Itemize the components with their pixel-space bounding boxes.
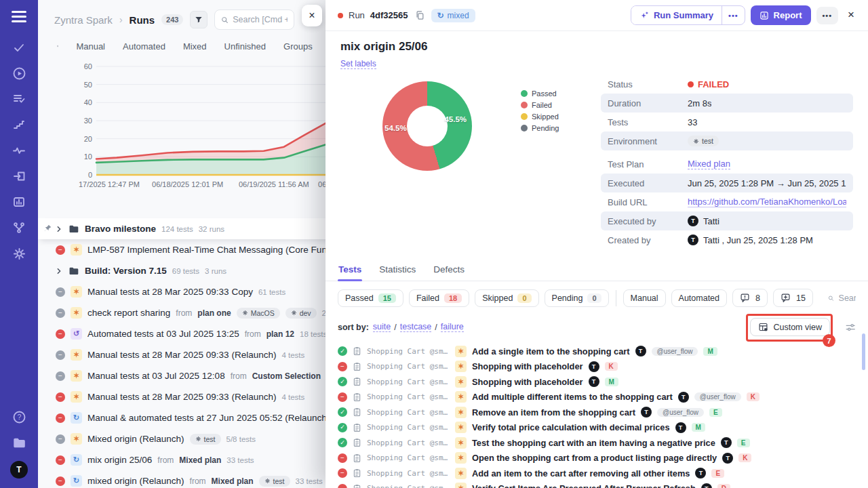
tab-manual[interactable]: Manual <box>76 41 105 52</box>
detail-row: Created by Tatti , Jun 25, 2025 1:28 PM … <box>601 230 853 249</box>
defects-icon[interactable] <box>6 138 32 163</box>
run-summary-button[interactable]: Run Summary <box>631 6 722 24</box>
chevron-right-icon[interactable] <box>56 268 62 274</box>
legend-label: Skipped <box>532 113 559 121</box>
tests-search-input[interactable] <box>839 293 856 303</box>
tab-mixed[interactable]: Mixed <box>183 41 207 52</box>
test-row[interactable]: Shopping Cart @sm… Remove an item from t… <box>326 405 868 420</box>
run-title: Mixed origin (Relaunch) <box>87 434 184 444</box>
milestones-icon[interactable] <box>6 112 32 138</box>
integrations-icon[interactable] <box>6 215 32 241</box>
test-row[interactable]: Shopping Cart @sm… Verify total price ca… <box>326 420 868 436</box>
run-meta: 33 tests <box>226 456 254 464</box>
svg-text:30: 30 <box>84 117 92 125</box>
tab-unfinished[interactable]: Unfinished <box>224 41 266 52</box>
defects-filter-button[interactable]: 8 <box>732 289 768 307</box>
test-title: Add multiple different items to the shop… <box>472 392 673 402</box>
help-icon[interactable]: ? <box>6 404 32 430</box>
status-filter-pill[interactable]: Pending 0 <box>545 289 609 307</box>
status-count-badge: 0 <box>587 293 601 303</box>
gear-icon <box>291 310 297 316</box>
sort-suite-link[interactable]: suite <box>373 322 391 332</box>
test-row[interactable]: Shopping Cart @sm… Open the shopping car… <box>326 451 868 466</box>
from-plan-link[interactable]: Custom Selection <box>252 371 321 381</box>
test-row[interactable]: Shopping Cart @sm… Add a single item to … <box>326 344 868 359</box>
type-filter-pill[interactable]: Automated <box>671 289 727 307</box>
test-title: Test the shopping cart with an item havi… <box>472 438 715 448</box>
test-cases-icon[interactable] <box>6 35 32 60</box>
settings-gear-icon[interactable] <box>6 241 32 266</box>
tab-groups[interactable]: Groups <box>283 41 313 52</box>
tests-scrollbar-thumb[interactable] <box>862 333 865 370</box>
runs-search-input[interactable] <box>233 15 288 24</box>
drawer-tab[interactable]: Defects <box>433 263 465 281</box>
reports-icon[interactable] <box>6 189 32 215</box>
chevron-right-icon[interactable] <box>56 226 62 232</box>
filter-funnel-button[interactable] <box>190 11 208 28</box>
type-filter-pill[interactable]: Manual <box>623 289 666 307</box>
menu-icon[interactable] <box>12 11 26 22</box>
test-status-icon <box>338 377 347 386</box>
runs-search-box[interactable] <box>214 9 294 30</box>
test-row[interactable]: Shopping Cart @sm… Test the shopping car… <box>326 435 868 451</box>
from-plan-link[interactable]: Mixed plan <box>179 455 221 465</box>
test-row[interactable]: Shopping Cart @sm… Verify Cart Items Are… <box>326 481 868 488</box>
detail-label: Status <box>608 79 688 89</box>
test-tag: @user_flow <box>694 392 741 401</box>
run-type-icon <box>71 454 82 466</box>
test-plans-icon[interactable] <box>6 86 32 112</box>
test-row[interactable]: Shopping Cart @sm… Add an item to the ca… <box>326 466 868 481</box>
custom-view-button[interactable]: Custom view <box>750 318 830 336</box>
report-button[interactable]: Report <box>751 5 811 25</box>
test-row[interactable]: Shopping Cart @sm… Add multiple differen… <box>326 390 868 405</box>
user-avatar[interactable]: T <box>10 461 28 479</box>
drawer-edge-close-button[interactable]: × <box>302 5 322 26</box>
drawer-tab[interactable]: Statistics <box>378 263 416 281</box>
copy-icon[interactable] <box>415 10 425 20</box>
svg-text:40: 40 <box>84 98 92 106</box>
requirements-icon[interactable] <box>6 163 32 189</box>
from-plan-link[interactable]: Mixed plan <box>212 476 254 486</box>
status-count-badge: 18 <box>444 293 462 303</box>
build-url-link[interactable]: https://github.com/TetianaKhomenko/Load-… <box>688 197 846 207</box>
test-row[interactable]: Shopping Cart @sm… Shopping with placeho… <box>326 374 868 390</box>
clipboard-icon <box>353 392 361 402</box>
folder-icon <box>68 265 79 277</box>
sort-testcase-link[interactable]: testcase <box>400 322 432 332</box>
runs-filter-tabs: Manual Automated Mixed Unfinished Groups… <box>38 30 357 57</box>
detail-label: Build URL <box>608 197 688 207</box>
defect-bubble-icon <box>740 293 750 303</box>
run-status-icon <box>56 308 65 318</box>
assignee-avatar: T <box>722 453 733 464</box>
run-details-table: Status FAILED FAILED FAILED FAILED FAILE… <box>601 75 853 249</box>
runs-icon[interactable] <box>6 60 32 86</box>
from-plan-link[interactable]: plan 12 <box>267 329 294 339</box>
select-runs-icon[interactable] <box>57 41 58 52</box>
milestone-letter-badge: E <box>709 408 722 417</box>
view-settings-sliders-icon[interactable] <box>845 322 856 333</box>
more-actions-button[interactable]: ••• <box>816 7 839 24</box>
documents-icon[interactable] <box>6 430 32 455</box>
set-labels-link[interactable]: Set labels <box>340 59 376 69</box>
drawer-close-button[interactable]: × <box>844 8 856 23</box>
comments-filter-button[interactable]: 15 <box>773 289 813 307</box>
test-plan-link[interactable]: Mixed plan <box>688 159 730 169</box>
status-filter-pill[interactable]: Passed 15 <box>338 289 403 307</box>
from-plan-link[interactable]: plan one <box>197 308 231 318</box>
legend-item: Pending <box>521 124 586 132</box>
breadcrumb-project[interactable]: Zyntra Spark <box>54 14 113 26</box>
status-filter-pill[interactable]: Failed 18 <box>409 289 469 307</box>
sort-failure-link[interactable]: failure <box>441 322 464 332</box>
gear-icon <box>242 310 248 316</box>
tests-search-box[interactable] <box>828 293 856 303</box>
run-title: Build: Version 7.15 <box>85 266 167 276</box>
test-status-icon <box>338 407 347 417</box>
tab-automated[interactable]: Automated <box>123 41 165 52</box>
drawer-tab[interactable]: Tests <box>338 263 362 281</box>
run-summary-more-button[interactable]: ••• <box>722 6 745 24</box>
test-title: Shopping with placeholder <box>472 361 583 371</box>
test-row[interactable]: Shopping Cart @sm… Shopping with placeho… <box>326 359 868 375</box>
status-filter-pill[interactable]: Skipped 0 <box>475 289 538 307</box>
test-tag: @user_flow <box>657 408 704 417</box>
breadcrumb-section[interactable]: Runs <box>130 14 155 26</box>
